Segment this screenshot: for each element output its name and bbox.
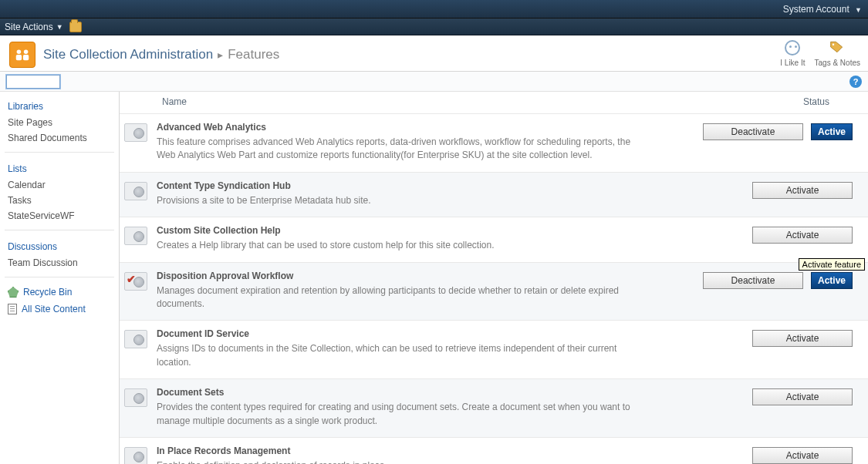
main-content: Name Status Advanced Web AnalyticsThis f… [120,92,868,464]
people-icon [14,46,31,63]
site-actions-label: Site Actions [5,22,53,32]
ql-item[interactable]: Site Pages [0,115,119,130]
tags-notes-button[interactable]: Tags & Notes [815,40,860,67]
gear-icon [124,330,147,348]
feature-text: Custom Site Collection HelpCreates a Hel… [157,225,743,252]
like-button[interactable]: I Like It [780,40,805,67]
social-actions: I Like It Tags & Notes [780,40,860,67]
feature-title: Custom Site Collection Help [157,225,743,236]
workflow-icon [124,272,147,291]
feature-row: Disposition Approval WorkflowManages doc… [120,262,868,321]
svg-point-1 [17,50,22,55]
feature-description: Assigns IDs to documents in the Site Col… [157,342,650,369]
search-input[interactable] [6,75,60,89]
navigate-up-icon[interactable] [69,22,82,32]
feature-description: Manages document expiration and retentio… [157,284,650,311]
divider [5,230,114,230]
activate-button[interactable]: Activate [752,388,853,405]
chevron-right-icon: ▸ [218,49,223,61]
feature-title: Document ID Service [157,328,743,339]
activate-button[interactable]: Activate [752,182,853,199]
site-actions-menu[interactable]: Site Actions ▼ [5,22,63,32]
svg-rect-3 [16,55,22,60]
header-name: Name [162,96,187,107]
feature-row: Document ID ServiceAssigns IDs to docume… [120,320,868,378]
deactivate-button[interactable]: Deactivate [703,123,803,140]
activate-button[interactable]: Activate [752,330,853,347]
ql-header-discussions[interactable]: Discussions [0,237,119,255]
svg-point-2 [24,50,29,55]
deactivate-button[interactable]: Deactivate [703,272,803,289]
feature-description: Creates a Help library that can be used … [157,239,650,252]
activate-button[interactable]: Activate [752,447,853,464]
gear-icon [124,388,147,407]
tags-label: Tags & Notes [815,59,860,67]
ql-header-libraries[interactable]: Libraries [0,96,119,115]
gear-icon [124,227,147,245]
feature-text: Disposition Approval WorkflowManages doc… [157,271,694,311]
help-icon[interactable]: ? [849,76,862,88]
activate-button[interactable]: Activate [752,227,853,244]
account-label: System Account [783,4,849,15]
header-status: Status [803,96,829,107]
feature-description: This feature comprises advanced Web Anal… [157,136,650,163]
smiley-icon [785,40,800,55]
recycle-bin-link[interactable]: Recycle Bin [0,284,119,301]
feature-title: In Place Records Management [157,446,743,456]
tag-icon [829,40,846,57]
feature-description: Provides the content types required for … [157,401,650,428]
feature-row: Document SetsProvides the content types … [120,378,868,437]
feature-title: Advanced Web Analytics [157,122,694,133]
breadcrumb-current: Features [228,47,279,62]
feature-row: Content Type Syndication HubProvisions a… [120,172,868,217]
feature-description: Enable the definition and declaration of… [157,459,650,464]
ribbon-site-actions-bar: Site Actions ▼ [0,18,868,35]
breadcrumb: Site Collection Administration ▸ Feature… [43,47,279,62]
column-headers: Name Status [120,92,868,113]
feature-controls: DeactivateActive [703,123,853,140]
feature-controls: Activate [752,447,853,464]
feature-text: In Place Records ManagementEnable the de… [157,446,743,464]
ribbon-account-bar: System Account ▼ [0,0,868,18]
divider [5,277,114,277]
account-menu[interactable]: System Account ▼ [783,4,862,15]
ql-header-lists[interactable]: Lists [0,159,119,177]
svg-point-5 [833,43,835,45]
tooltip: Activate feature [799,258,865,271]
page-icon [8,304,17,314]
feature-row: Custom Site Collection HelpCreates a Hel… [120,217,868,261]
feature-title: Disposition Approval Workflow [157,271,694,281]
feature-text: Document SetsProvides the content types … [157,387,743,428]
page-layout: LibrariesSite PagesShared DocumentsLists… [0,92,868,464]
status-badge: Active [811,272,853,289]
gear-icon [124,123,147,142]
svg-rect-0 [14,46,31,63]
feature-controls: DeactivateActive [703,272,853,289]
feature-controls: Activate [752,388,853,405]
feature-row: Advanced Web AnalyticsThis feature compr… [120,113,868,172]
toolbar: ? [0,72,868,92]
feature-text: Advanced Web AnalyticsThis feature compr… [157,122,694,163]
ql-item[interactable]: Tasks [0,193,119,208]
recycle-icon [8,287,19,298]
ql-item[interactable]: StateServiceWF [0,208,119,224]
divider [5,152,114,153]
svg-rect-4 [23,55,29,60]
site-logo[interactable] [9,42,35,68]
all-site-content-link[interactable]: All Site Content [0,301,119,318]
ql-item[interactable]: Shared Documents [0,130,119,146]
status-badge: Active [811,123,853,140]
breadcrumb-site[interactable]: Site Collection Administration [43,47,213,62]
feature-text: Document ID ServiceAssigns IDs to docume… [157,328,743,369]
ql-item[interactable]: Calendar [0,177,119,193]
feature-controls: Activate [752,330,853,347]
gear-icon [124,447,147,464]
feature-controls: Activate [752,182,853,199]
ql-item[interactable]: Team Discussion [0,255,119,271]
chevron-down-icon: ▼ [56,23,63,31]
feature-list: Advanced Web AnalyticsThis feature compr… [120,113,868,464]
like-label: I Like It [780,59,805,67]
title-area: Site Collection Administration ▸ Feature… [0,35,868,72]
quick-launch: LibrariesSite PagesShared DocumentsLists… [0,92,120,464]
feature-title: Content Type Syndication Hub [157,180,743,191]
